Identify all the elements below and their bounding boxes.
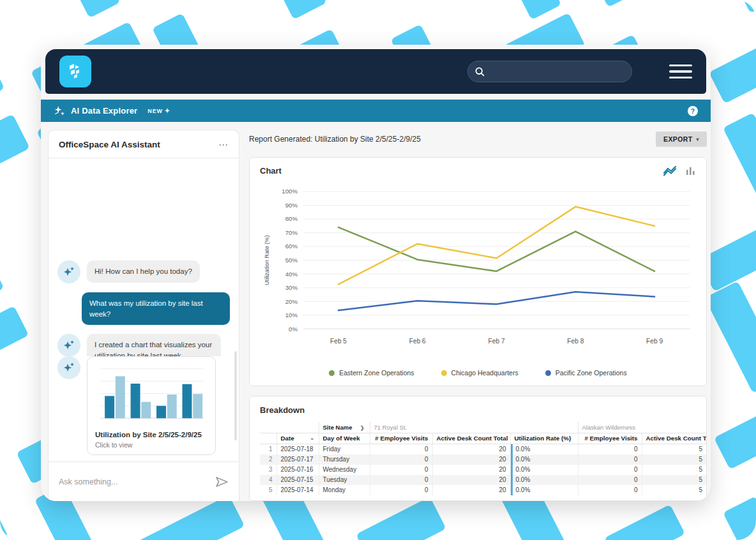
- utilization-accent-bar: [511, 465, 513, 475]
- svg-text:Feb 7: Feb 7: [488, 338, 505, 345]
- svg-text:30%: 30%: [285, 284, 298, 291]
- svg-text:90%: 90%: [285, 202, 298, 209]
- sparkle-avatar-icon: [61, 360, 77, 375]
- officespace-logo-icon: [65, 61, 86, 82]
- table-cell: 0.0%: [510, 444, 578, 454]
- svg-text:Feb 5: Feb 5: [330, 338, 347, 345]
- site-group-2: Alaskan Wilderness: [578, 422, 706, 433]
- table-cell: 0: [578, 444, 642, 454]
- help-icon[interactable]: ?: [688, 106, 698, 116]
- table-row[interactable]: 52025-07-14Monday0200.0%05: [260, 485, 706, 495]
- new-sparkle-icon: ✦: [165, 107, 170, 114]
- search-icon: [474, 66, 485, 77]
- table-row[interactable]: 32025-07-16Wednesday0200.0%05: [260, 465, 706, 475]
- utilization-line-chart: 0%10%20%30%40%50%60%70%80%90%100%Feb 5Fe…: [260, 181, 696, 368]
- top-navigation-bar: [45, 49, 706, 94]
- chat-input[interactable]: [59, 477, 215, 486]
- table-cell: Monday: [319, 485, 370, 495]
- table-cell: 20: [432, 475, 510, 485]
- table-row[interactable]: 12025-07-18Friday0200.0%05: [260, 444, 706, 454]
- table-cell: 0.0%: [510, 465, 578, 475]
- table-cell: 0: [370, 444, 432, 454]
- table-header-row: Date⌄Day of Week# Employee VisitsActive …: [260, 433, 706, 444]
- mini-bar-chart: [95, 363, 209, 424]
- chat-message: I created a chart that visualizes your u…: [57, 334, 230, 356]
- table-row[interactable]: 22025-07-17Thursday0200.0%05: [260, 454, 706, 465]
- chart-panel: Chart: [249, 157, 707, 386]
- assistant-message-bubble: Hi! How can I help you today?: [87, 260, 200, 283]
- utilization-accent-bar: [511, 485, 513, 495]
- table-cell: Friday: [319, 444, 370, 454]
- svg-text:80%: 80%: [285, 215, 298, 222]
- bar-chart-toggle-icon[interactable]: [686, 166, 696, 176]
- screenshot-canvas: AI Data Explorer NEW ✦ ? OfficeSpace AI …: [0, 0, 756, 540]
- app-window: AI Data Explorer NEW ✦ ? OfficeSpace AI …: [41, 45, 711, 501]
- chart-card-title: Utilization by Site 2/5/25-2/9/25: [95, 431, 208, 439]
- table-cell: Tuesday: [319, 475, 370, 485]
- chat-header: OfficeSpace AI Assistant ⋯: [49, 130, 239, 158]
- chevron-right-icon: ❯: [360, 425, 365, 431]
- table-cell: 5: [642, 444, 706, 454]
- table-cell: 5: [642, 454, 706, 465]
- send-icon[interactable]: [215, 476, 229, 488]
- assistant-avatar: [57, 356, 80, 379]
- chart-panel-title: Chart: [260, 166, 282, 176]
- ellipsis-menu-icon[interactable]: ⋯: [218, 142, 229, 148]
- chart-preview-card[interactable]: Utilization by Site 2/5/25-2/9/25 Click …: [87, 356, 216, 455]
- utilization-accent-bar: [511, 444, 513, 454]
- table-cell: 0: [370, 485, 432, 495]
- ai-assistant-panel: OfficeSpace AI Assistant ⋯ Hi! How can I…: [48, 130, 239, 501]
- report-header-row: Report Generated: Utilization by Site 2/…: [249, 130, 707, 149]
- assistant-message-bubble: I created a chart that visualizes your u…: [87, 334, 221, 356]
- svg-text:100%: 100%: [282, 188, 298, 195]
- column-header: # Employee Visits: [370, 433, 432, 444]
- table-cell: 1: [260, 444, 276, 454]
- column-header: Utilization Rate (%): [510, 433, 578, 444]
- chat-message: Hi! How can I help you today?: [57, 260, 230, 283]
- table-cell: 4: [260, 475, 276, 485]
- column-header: [260, 433, 276, 444]
- table-cell: Thursday: [319, 454, 370, 465]
- explorer-title: AI Data Explorer: [71, 106, 137, 116]
- hamburger-menu-icon[interactable]: [669, 64, 692, 79]
- new-badge: NEW ✦: [147, 107, 170, 114]
- table-cell: 0: [370, 454, 432, 465]
- sort-caret-icon: ⌄: [310, 435, 315, 441]
- chat-input-row: [49, 461, 239, 501]
- chat-scrollbar[interactable]: [234, 351, 237, 440]
- legend-dot: [545, 370, 551, 376]
- svg-text:20%: 20%: [285, 298, 298, 305]
- svg-text:50%: 50%: [285, 257, 298, 264]
- chat-title: OfficeSpace AI Assistant: [59, 140, 160, 149]
- table-cell: 5: [642, 475, 706, 485]
- sparkle-avatar-icon: [61, 338, 77, 353]
- table-cell: Wednesday: [319, 465, 370, 475]
- column-header[interactable]: Date⌄: [276, 433, 319, 444]
- table-cell: 0: [578, 475, 642, 485]
- search-input[interactable]: [485, 67, 613, 76]
- svg-text:0%: 0%: [289, 326, 298, 333]
- legend-item: Pacific Zone Operations: [545, 369, 627, 377]
- table-cell: 0: [578, 454, 642, 465]
- breakdown-table: Site Name ❯ 71 Royal St. Alaskan Wildern…: [260, 422, 706, 495]
- table-row[interactable]: 42025-07-15Tuesday0200.0%05: [260, 475, 706, 485]
- svg-text:Feb 8: Feb 8: [567, 338, 584, 345]
- svg-text:Feb 9: Feb 9: [646, 338, 663, 345]
- global-search[interactable]: [467, 61, 632, 82]
- export-caret-icon: ▾: [697, 137, 699, 142]
- table-cell: 20: [432, 454, 510, 465]
- chat-messages: Hi! How can I help you today?What was my…: [49, 158, 239, 356]
- column-header: Day of Week: [319, 433, 370, 444]
- column-header: # Employee Visits: [578, 433, 642, 444]
- svg-text:Feb 6: Feb 6: [409, 338, 426, 345]
- export-button[interactable]: EXPORT ▾: [656, 131, 707, 147]
- officespace-logo[interactable]: [59, 56, 91, 87]
- table-cell: 2: [260, 454, 276, 465]
- table-cell: 2025-07-15: [276, 475, 319, 485]
- legend-item: Chicago Headquarters: [441, 369, 518, 377]
- chat-card-row: Utilization by Site 2/5/25-2/9/25 Click …: [57, 356, 230, 455]
- site-name-expander[interactable]: Site Name ❯: [319, 422, 370, 433]
- assistant-avatar: [57, 260, 80, 283]
- line-chart-toggle-icon[interactable]: [663, 165, 677, 176]
- svg-text:40%: 40%: [285, 271, 298, 278]
